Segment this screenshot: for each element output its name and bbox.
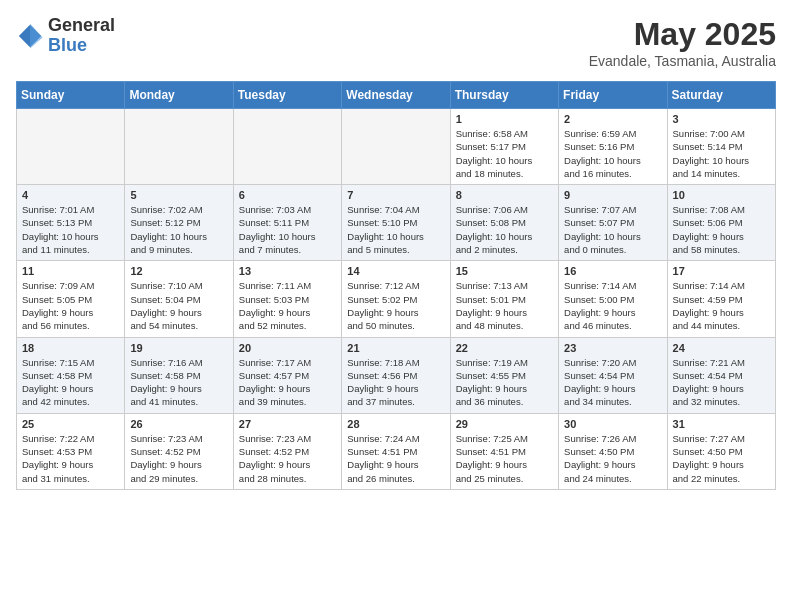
day-info: Sunrise: 7:17 AM Sunset: 4:57 PM Dayligh… (239, 356, 336, 409)
day-number: 10 (673, 189, 770, 201)
day-info: Sunrise: 7:25 AM Sunset: 4:51 PM Dayligh… (456, 432, 553, 485)
calendar-header-thursday: Thursday (450, 82, 558, 109)
day-number: 12 (130, 265, 227, 277)
day-info: Sunrise: 7:23 AM Sunset: 4:52 PM Dayligh… (130, 432, 227, 485)
calendar-day-cell: 25Sunrise: 7:22 AM Sunset: 4:53 PM Dayli… (17, 413, 125, 489)
day-info: Sunrise: 7:10 AM Sunset: 5:04 PM Dayligh… (130, 279, 227, 332)
day-info: Sunrise: 7:03 AM Sunset: 5:11 PM Dayligh… (239, 203, 336, 256)
svg-marker-1 (30, 23, 43, 48)
calendar-week-row: 1Sunrise: 6:58 AM Sunset: 5:17 PM Daylig… (17, 109, 776, 185)
day-number: 22 (456, 342, 553, 354)
day-info: Sunrise: 7:09 AM Sunset: 5:05 PM Dayligh… (22, 279, 119, 332)
day-number: 4 (22, 189, 119, 201)
calendar-day-cell: 9Sunrise: 7:07 AM Sunset: 5:07 PM Daylig… (559, 185, 667, 261)
calendar-day-cell: 5Sunrise: 7:02 AM Sunset: 5:12 PM Daylig… (125, 185, 233, 261)
day-number: 15 (456, 265, 553, 277)
location-subtitle: Evandale, Tasmania, Australia (589, 53, 776, 69)
logo-text: General Blue (48, 16, 115, 56)
calendar-week-row: 4Sunrise: 7:01 AM Sunset: 5:13 PM Daylig… (17, 185, 776, 261)
logo-icon (16, 22, 44, 50)
day-number: 28 (347, 418, 444, 430)
day-info: Sunrise: 7:06 AM Sunset: 5:08 PM Dayligh… (456, 203, 553, 256)
day-info: Sunrise: 7:18 AM Sunset: 4:56 PM Dayligh… (347, 356, 444, 409)
calendar-day-cell: 16Sunrise: 7:14 AM Sunset: 5:00 PM Dayli… (559, 261, 667, 337)
day-number: 5 (130, 189, 227, 201)
calendar-day-cell: 31Sunrise: 7:27 AM Sunset: 4:50 PM Dayli… (667, 413, 775, 489)
calendar-day-cell (17, 109, 125, 185)
day-info: Sunrise: 7:14 AM Sunset: 5:00 PM Dayligh… (564, 279, 661, 332)
day-info: Sunrise: 7:21 AM Sunset: 4:54 PM Dayligh… (673, 356, 770, 409)
day-number: 23 (564, 342, 661, 354)
calendar-day-cell: 1Sunrise: 6:58 AM Sunset: 5:17 PM Daylig… (450, 109, 558, 185)
calendar-header-tuesday: Tuesday (233, 82, 341, 109)
calendar-header-saturday: Saturday (667, 82, 775, 109)
calendar-day-cell: 28Sunrise: 7:24 AM Sunset: 4:51 PM Dayli… (342, 413, 450, 489)
day-number: 19 (130, 342, 227, 354)
calendar-day-cell: 29Sunrise: 7:25 AM Sunset: 4:51 PM Dayli… (450, 413, 558, 489)
day-number: 3 (673, 113, 770, 125)
day-info: Sunrise: 7:08 AM Sunset: 5:06 PM Dayligh… (673, 203, 770, 256)
calendar-day-cell: 2Sunrise: 6:59 AM Sunset: 5:16 PM Daylig… (559, 109, 667, 185)
calendar-week-row: 18Sunrise: 7:15 AM Sunset: 4:58 PM Dayli… (17, 337, 776, 413)
calendar-header-monday: Monday (125, 82, 233, 109)
day-number: 24 (673, 342, 770, 354)
calendar-day-cell: 10Sunrise: 7:08 AM Sunset: 5:06 PM Dayli… (667, 185, 775, 261)
day-info: Sunrise: 7:14 AM Sunset: 4:59 PM Dayligh… (673, 279, 770, 332)
day-info: Sunrise: 6:58 AM Sunset: 5:17 PM Dayligh… (456, 127, 553, 180)
calendar-day-cell: 13Sunrise: 7:11 AM Sunset: 5:03 PM Dayli… (233, 261, 341, 337)
calendar-week-row: 11Sunrise: 7:09 AM Sunset: 5:05 PM Dayli… (17, 261, 776, 337)
day-number: 9 (564, 189, 661, 201)
day-number: 31 (673, 418, 770, 430)
calendar-day-cell: 3Sunrise: 7:00 AM Sunset: 5:14 PM Daylig… (667, 109, 775, 185)
day-info: Sunrise: 7:20 AM Sunset: 4:54 PM Dayligh… (564, 356, 661, 409)
calendar-week-row: 25Sunrise: 7:22 AM Sunset: 4:53 PM Dayli… (17, 413, 776, 489)
day-number: 1 (456, 113, 553, 125)
day-info: Sunrise: 7:02 AM Sunset: 5:12 PM Dayligh… (130, 203, 227, 256)
calendar-header-sunday: Sunday (17, 82, 125, 109)
day-number: 14 (347, 265, 444, 277)
day-info: Sunrise: 7:00 AM Sunset: 5:14 PM Dayligh… (673, 127, 770, 180)
calendar-day-cell: 7Sunrise: 7:04 AM Sunset: 5:10 PM Daylig… (342, 185, 450, 261)
calendar-header-friday: Friday (559, 82, 667, 109)
day-info: Sunrise: 7:15 AM Sunset: 4:58 PM Dayligh… (22, 356, 119, 409)
day-info: Sunrise: 7:19 AM Sunset: 4:55 PM Dayligh… (456, 356, 553, 409)
calendar-table: SundayMondayTuesdayWednesdayThursdayFrid… (16, 81, 776, 490)
day-info: Sunrise: 7:24 AM Sunset: 4:51 PM Dayligh… (347, 432, 444, 485)
calendar-day-cell: 23Sunrise: 7:20 AM Sunset: 4:54 PM Dayli… (559, 337, 667, 413)
day-info: Sunrise: 7:13 AM Sunset: 5:01 PM Dayligh… (456, 279, 553, 332)
calendar-day-cell (125, 109, 233, 185)
page-header: General Blue May 2025 Evandale, Tasmania… (16, 16, 776, 69)
day-info: Sunrise: 7:26 AM Sunset: 4:50 PM Dayligh… (564, 432, 661, 485)
calendar-day-cell: 20Sunrise: 7:17 AM Sunset: 4:57 PM Dayli… (233, 337, 341, 413)
calendar-day-cell: 19Sunrise: 7:16 AM Sunset: 4:58 PM Dayli… (125, 337, 233, 413)
day-number: 18 (22, 342, 119, 354)
day-info: Sunrise: 7:12 AM Sunset: 5:02 PM Dayligh… (347, 279, 444, 332)
day-number: 13 (239, 265, 336, 277)
calendar-day-cell: 6Sunrise: 7:03 AM Sunset: 5:11 PM Daylig… (233, 185, 341, 261)
calendar-day-cell: 26Sunrise: 7:23 AM Sunset: 4:52 PM Dayli… (125, 413, 233, 489)
logo: General Blue (16, 16, 115, 56)
calendar-day-cell: 17Sunrise: 7:14 AM Sunset: 4:59 PM Dayli… (667, 261, 775, 337)
calendar-day-cell: 30Sunrise: 7:26 AM Sunset: 4:50 PM Dayli… (559, 413, 667, 489)
calendar-day-cell (233, 109, 341, 185)
day-number: 11 (22, 265, 119, 277)
day-info: Sunrise: 7:11 AM Sunset: 5:03 PM Dayligh… (239, 279, 336, 332)
day-info: Sunrise: 7:07 AM Sunset: 5:07 PM Dayligh… (564, 203, 661, 256)
calendar-day-cell: 15Sunrise: 7:13 AM Sunset: 5:01 PM Dayli… (450, 261, 558, 337)
day-number: 17 (673, 265, 770, 277)
calendar-day-cell: 22Sunrise: 7:19 AM Sunset: 4:55 PM Dayli… (450, 337, 558, 413)
day-number: 8 (456, 189, 553, 201)
day-info: Sunrise: 7:22 AM Sunset: 4:53 PM Dayligh… (22, 432, 119, 485)
calendar-day-cell: 11Sunrise: 7:09 AM Sunset: 5:05 PM Dayli… (17, 261, 125, 337)
calendar-day-cell: 4Sunrise: 7:01 AM Sunset: 5:13 PM Daylig… (17, 185, 125, 261)
day-number: 6 (239, 189, 336, 201)
day-info: Sunrise: 7:27 AM Sunset: 4:50 PM Dayligh… (673, 432, 770, 485)
day-number: 25 (22, 418, 119, 430)
calendar-day-cell: 24Sunrise: 7:21 AM Sunset: 4:54 PM Dayli… (667, 337, 775, 413)
day-info: Sunrise: 7:01 AM Sunset: 5:13 PM Dayligh… (22, 203, 119, 256)
title-block: May 2025 Evandale, Tasmania, Australia (589, 16, 776, 69)
day-info: Sunrise: 7:16 AM Sunset: 4:58 PM Dayligh… (130, 356, 227, 409)
day-number: 7 (347, 189, 444, 201)
calendar-day-cell (342, 109, 450, 185)
day-info: Sunrise: 7:04 AM Sunset: 5:10 PM Dayligh… (347, 203, 444, 256)
